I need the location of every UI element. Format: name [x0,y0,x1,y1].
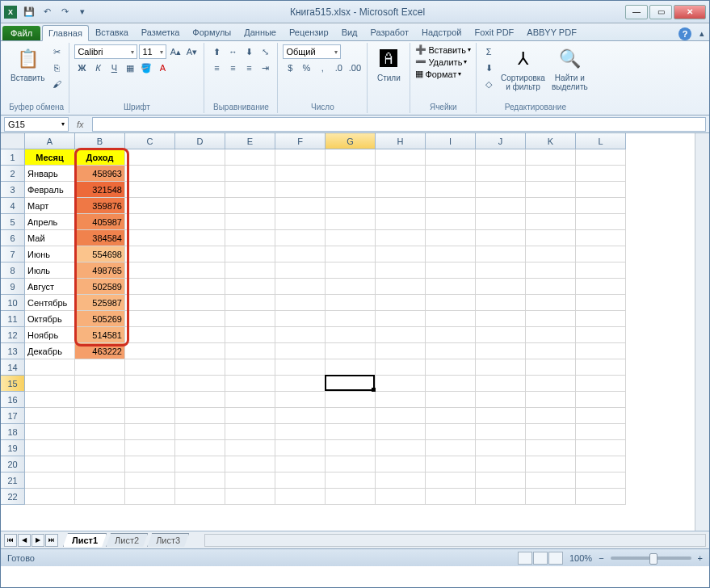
fill-color-icon[interactable]: 🪣 [139,61,153,75]
cell-F1[interactable] [275,149,326,166]
cell-C19[interactable] [125,440,175,456]
cell-C12[interactable] [125,327,175,343]
cell-J2[interactable] [476,166,526,182]
font-color-icon[interactable]: A [155,61,170,75]
cell-J11[interactable] [476,311,526,327]
cell-E17[interactable] [225,408,275,424]
cell-H15[interactable] [376,376,426,392]
cell-F17[interactable] [275,408,326,424]
cell-E11[interactable] [225,311,275,327]
cell-D14[interactable] [175,359,225,376]
cell-B13[interactable]: 463222 [75,343,125,359]
cell-F22[interactable] [275,489,326,505]
tab-next-icon[interactable]: ▶ [32,534,44,547]
cell-I2[interactable] [426,166,476,182]
cell-F11[interactable] [275,311,326,327]
cell-E8[interactable] [225,262,275,279]
align-middle-icon[interactable]: ↔ [225,44,240,59]
col-header-B[interactable]: B [75,133,125,149]
horizontal-scrollbar[interactable] [204,534,706,547]
cell-I8[interactable] [426,262,476,279]
cell-E5[interactable] [225,214,275,230]
cell-I14[interactable] [426,359,476,376]
row-header-4[interactable]: 4 [1,198,25,214]
cell-F18[interactable] [275,424,326,440]
cell-D3[interactable] [175,182,225,198]
cell-L11[interactable] [576,311,626,327]
tab-abbyy[interactable]: ABBYY PDF [520,24,583,40]
align-right-icon[interactable]: ≡ [242,61,256,75]
cell-J17[interactable] [476,408,526,424]
cell-A12[interactable]: Ноябрь [25,327,75,343]
cell-H13[interactable] [376,343,426,359]
tab-last-icon[interactable]: ⏭ [45,534,58,547]
cell-E13[interactable] [225,343,275,359]
copy-icon[interactable]: ⎘ [49,61,64,75]
row-header-22[interactable]: 22 [1,489,25,505]
clear-icon[interactable]: ◇ [481,77,496,91]
cell-A9[interactable]: Август [25,279,75,295]
cell-B11[interactable]: 505269 [75,311,125,327]
insert-cells-button[interactable]: ➕Вставить▾ [415,44,471,55]
styles-button[interactable]: 🅰 Стили [372,44,405,84]
cell-F16[interactable] [275,392,326,408]
row-header-16[interactable]: 16 [1,392,25,408]
cut-icon[interactable]: ✂ [49,44,64,59]
font-name-combo[interactable]: Calibri▾ [74,44,137,59]
cell-K3[interactable] [526,182,576,198]
row-header-10[interactable]: 10 [1,295,25,311]
cell-J9[interactable] [476,279,526,295]
cell-J16[interactable] [476,392,526,408]
col-header-J[interactable]: J [476,133,526,149]
cell-J18[interactable] [476,424,526,440]
cell-B14[interactable] [75,359,125,376]
row-header-15[interactable]: 15 [1,376,25,392]
cell-F6[interactable] [275,230,326,246]
cell-C7[interactable] [125,246,175,262]
cell-A20[interactable] [25,456,75,472]
cell-H18[interactable] [376,424,426,440]
cell-K4[interactable] [526,198,576,214]
cell-F2[interactable] [275,166,326,182]
cell-A7[interactable]: Июнь [25,246,75,262]
cell-A1[interactable]: Месяц [25,149,75,166]
maximize-button[interactable]: ▭ [649,5,672,19]
cell-L6[interactable] [576,230,626,246]
cell-C6[interactable] [125,230,175,246]
cell-J15[interactable] [476,376,526,392]
cell-D9[interactable] [175,279,225,295]
cell-G14[interactable] [326,359,376,376]
cell-I1[interactable] [426,149,476,166]
cell-K21[interactable] [526,472,576,489]
cell-A3[interactable]: Февраль [25,182,75,198]
zoom-slider[interactable] [611,556,691,560]
sheet-tab-1[interactable]: Лист1 [63,533,107,547]
cell-L8[interactable] [576,262,626,279]
col-header-F[interactable]: F [275,133,326,149]
cell-H12[interactable] [376,327,426,343]
cell-D18[interactable] [175,424,225,440]
cell-I11[interactable] [426,311,476,327]
paste-button[interactable]: 📋 Вставить [9,44,46,84]
cell-G5[interactable] [326,214,376,230]
fill-icon[interactable]: ⬇ [481,61,496,75]
cell-D5[interactable] [175,214,225,230]
cell-A2[interactable]: Январь [25,166,75,182]
cell-K15[interactable] [526,376,576,392]
row-header-2[interactable]: 2 [1,166,25,182]
cell-D6[interactable] [175,230,225,246]
tab-insert[interactable]: Вставка [89,24,135,40]
cell-G11[interactable] [326,311,376,327]
cell-B1[interactable]: Доход [75,149,125,166]
tab-foxit[interactable]: Foxit PDF [468,24,520,40]
cell-B7[interactable]: 554698 [75,246,125,262]
cell-K12[interactable] [526,327,576,343]
row-header-17[interactable]: 17 [1,408,25,424]
cell-E22[interactable] [225,489,275,505]
cell-E14[interactable] [225,359,275,376]
cell-E18[interactable] [225,424,275,440]
cell-G3[interactable] [326,182,376,198]
cell-H9[interactable] [376,279,426,295]
cell-K22[interactable] [526,489,576,505]
col-header-G[interactable]: G [326,133,376,149]
